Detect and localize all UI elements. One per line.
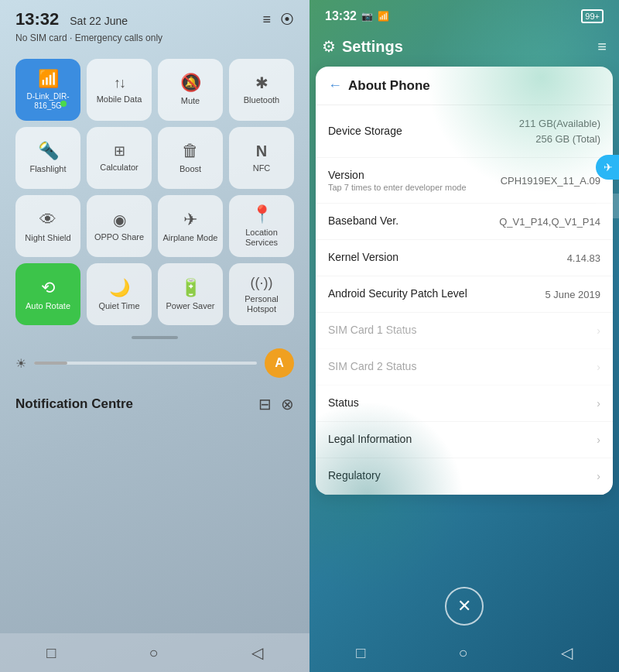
mute-icon: 🔕 [180,73,201,93]
left-date: Sat 22 June [70,15,128,27]
auto-brightness-label: A [275,356,284,370]
nfc-icon: N [256,142,267,160]
mobile-data-icon: ↑↓ [114,75,125,91]
notification-centre-header: Notification Centre ⊟ ⊗ [0,387,310,421]
tiles-row-3: 👁 Night Shield ◉ OPPO Share ✈ Airplane M… [15,195,294,257]
tile-airplane-mode[interactable]: ✈ Airplane Mode [158,195,223,257]
version-sublabel: Tap 7 times to enter developer mode [328,183,501,192]
quiet-time-label: Quiet Time [98,301,139,311]
bluetooth-label: Bluetooth [244,95,279,105]
right-back-icon: ← [602,199,614,213]
security-label: Android Security Patch Level [328,287,545,300]
left-status-bar: 13:32 Sat 22 June ≡ ⦿ [0,0,310,33]
tile-nfc[interactable]: N NFC [229,127,294,189]
oppo-share-icon: ◉ [113,211,126,229]
tile-location[interactable]: 📍 Location Services [229,195,294,257]
calculator-label: Calculator [100,163,139,173]
notification-list-icon[interactable]: ⊟ [258,395,272,413]
tile-hotspot[interactable]: ((·)) Personal Hotspot [229,263,294,325]
sim1-chevron-icon: › [597,324,600,337]
baseband-label: Baseband Ver. [328,214,499,227]
right-back-button[interactable]: ← [596,194,619,218]
telegram-icon: ✈ [604,161,613,173]
auto-brightness-button[interactable]: A [265,348,294,378]
regulatory-chevron-icon: › [597,470,600,482]
brightness-fill [34,362,67,365]
sim1-left: SIM Card 1 Status [328,324,590,338]
tiles-row-1: 📶 D-Link_DIR-816_5G ↑↓ Mobile Data 🔕 Mut… [15,59,294,121]
right-status-bar: 13:32 📷 📶 99+ [310,0,619,26]
flashlight-icon: 🔦 [38,141,59,161]
security-left: Android Security Patch Level [328,287,545,301]
tile-calculator[interactable]: ⊞ Calculator [87,127,152,189]
tile-quiet-time[interactable]: 🌙 Quiet Time [87,263,152,325]
location-icon: 📍 [251,204,272,225]
sim1-status-row[interactable]: SIM Card 1 Status › [316,313,613,349]
nfc-label: NFC [253,163,271,173]
baseband-value: Q_V1_P14,Q_V1_P14 [499,216,600,228]
auto-rotate-label: Auto Rotate [26,301,70,311]
kernel-label: Kernel Version [328,251,567,263]
sim2-label: SIM Card 2 Status [328,360,590,372]
power-saver-icon: 🔋 [180,278,201,298]
calculator-icon: ⊞ [114,142,125,159]
baseband-row: Baseband Ver. Q_V1_P14,Q_V1_P14 [316,204,613,240]
left-nav-bar: □ ○ ◁ [0,633,310,672]
auto-rotate-icon: ⟲ [41,278,55,298]
right-nav-home-icon[interactable]: ○ [458,644,467,662]
sim2-left: SIM Card 2 Status [328,360,590,374]
notification-centre-title: Notification Centre [15,396,133,412]
sim2-status-row[interactable]: SIM Card 2 Status › [316,349,613,386]
tile-flashlight[interactable]: 🔦 Flashlight [15,127,80,189]
list-icon: ≡ [262,12,271,28]
wifi-dot [60,101,67,107]
about-phone-title: About Phone [348,78,430,94]
tile-power-saver[interactable]: 🔋 Power Saver [158,263,223,325]
settings-gear-icon: ⚙ [322,37,336,56]
tile-wifi[interactable]: 📶 D-Link_DIR-816_5G [15,59,80,121]
tile-mute[interactable]: 🔕 Mute [158,59,223,121]
nav-back-icon[interactable]: ◁ [251,643,263,662]
tiles-row-4: ⟲ Auto Rotate 🌙 Quiet Time 🔋 Power Saver… [15,263,294,325]
brightness-row: ☀ A [15,348,294,378]
brightness-slider[interactable] [34,362,257,365]
boost-label: Boost [180,164,201,174]
tile-mobile-data[interactable]: ↑↓ Mobile Data [87,59,152,121]
kernel-left: Kernel Version [328,251,567,265]
right-nav-square-icon[interactable]: □ [356,644,365,662]
tile-auto-rotate[interactable]: ⟲ Auto Rotate [15,263,80,325]
settings-title: Settings [342,38,403,56]
tile-boost[interactable]: 🗑 Boost [158,127,223,189]
status-chevron-icon: › [597,397,600,410]
flashlight-label: Flashlight [29,164,66,174]
tile-night-shield[interactable]: 👁 Night Shield [15,195,80,257]
legal-chevron-icon: › [597,434,600,446]
sim1-label: SIM Card 1 Status [328,324,590,336]
nav-home-icon[interactable]: ○ [149,644,158,662]
hotspot-icon: ((·)) [251,275,273,291]
wifi-icon: 📶 [38,69,59,89]
tile-oppo-share[interactable]: ◉ OPPO Share [87,195,152,257]
left-time: 13:32 [15,9,59,29]
nav-square-icon[interactable]: □ [46,644,56,662]
close-button[interactable]: ✕ [445,587,484,626]
tile-bluetooth[interactable]: ✱ Bluetooth [229,59,294,121]
airplane-label: Airplane Mode [163,233,218,243]
telegram-button[interactable]: ✈ [596,155,619,180]
right-wifi-icon: 📶 [378,11,389,22]
battery-indicator: 99+ [581,9,604,23]
right-battery-area: 99+ [581,9,604,23]
kernel-value: 4.14.83 [567,252,600,264]
notification-clear-icon[interactable]: ⊗ [281,395,294,413]
tiles-container: 📶 D-Link_DIR-816_5G ↑↓ Mobile Data 🔕 Mut… [0,51,310,333]
night-shield-icon: 👁 [39,210,56,230]
brightness-icon: ☀ [15,356,26,371]
camera-icon: ⦿ [280,12,294,28]
scroll-indicator [0,336,310,339]
boost-icon: 🗑 [182,141,199,161]
left-panel: 13:32 Sat 22 June ≡ ⦿ No SIM card · Emer… [0,0,310,672]
bluetooth-icon: ✱ [255,74,268,92]
right-nav-back-icon[interactable]: ◁ [561,643,573,662]
about-back-button[interactable]: ← [328,77,342,94]
right-time: 13:32 [325,9,357,23]
